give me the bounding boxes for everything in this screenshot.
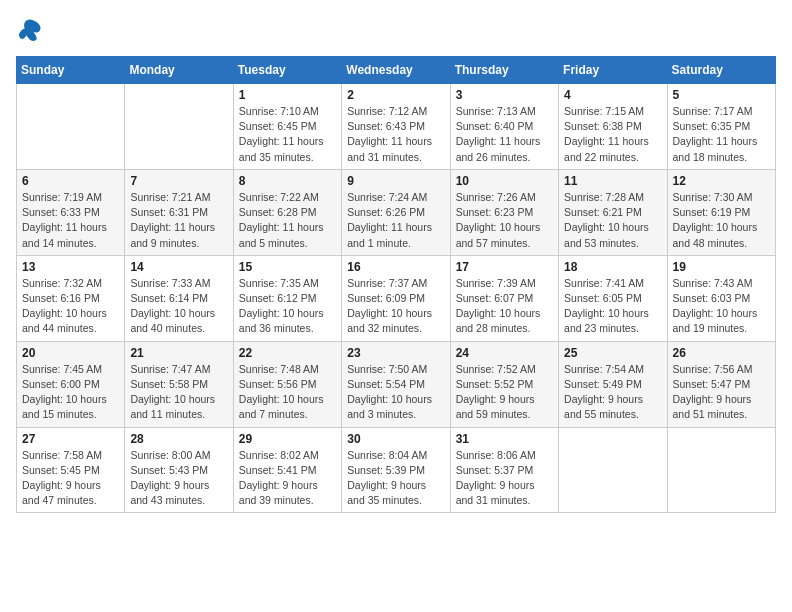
calendar-cell: 9Sunrise: 7:24 AM Sunset: 6:26 PM Daylig…	[342, 169, 450, 255]
day-detail: Sunrise: 7:37 AM Sunset: 6:09 PM Dayligh…	[347, 276, 444, 337]
day-number: 29	[239, 432, 336, 446]
day-detail: Sunrise: 7:39 AM Sunset: 6:07 PM Dayligh…	[456, 276, 553, 337]
day-number: 16	[347, 260, 444, 274]
day-number: 18	[564, 260, 661, 274]
calendar-cell: 19Sunrise: 7:43 AM Sunset: 6:03 PM Dayli…	[667, 255, 775, 341]
weekday-header: Wednesday	[342, 57, 450, 84]
day-number: 11	[564, 174, 661, 188]
calendar-cell: 12Sunrise: 7:30 AM Sunset: 6:19 PM Dayli…	[667, 169, 775, 255]
day-number: 27	[22, 432, 119, 446]
day-detail: Sunrise: 7:56 AM Sunset: 5:47 PM Dayligh…	[673, 362, 770, 423]
day-detail: Sunrise: 8:06 AM Sunset: 5:37 PM Dayligh…	[456, 448, 553, 509]
day-number: 30	[347, 432, 444, 446]
calendar-table: SundayMondayTuesdayWednesdayThursdayFrid…	[16, 56, 776, 513]
day-detail: Sunrise: 7:41 AM Sunset: 6:05 PM Dayligh…	[564, 276, 661, 337]
day-detail: Sunrise: 7:58 AM Sunset: 5:45 PM Dayligh…	[22, 448, 119, 509]
day-number: 17	[456, 260, 553, 274]
calendar-cell: 17Sunrise: 7:39 AM Sunset: 6:07 PM Dayli…	[450, 255, 558, 341]
calendar-cell: 13Sunrise: 7:32 AM Sunset: 6:16 PM Dayli…	[17, 255, 125, 341]
day-detail: Sunrise: 7:13 AM Sunset: 6:40 PM Dayligh…	[456, 104, 553, 165]
day-detail: Sunrise: 7:45 AM Sunset: 6:00 PM Dayligh…	[22, 362, 119, 423]
day-detail: Sunrise: 7:54 AM Sunset: 5:49 PM Dayligh…	[564, 362, 661, 423]
calendar-cell: 11Sunrise: 7:28 AM Sunset: 6:21 PM Dayli…	[559, 169, 667, 255]
day-detail: Sunrise: 7:47 AM Sunset: 5:58 PM Dayligh…	[130, 362, 227, 423]
calendar-cell: 7Sunrise: 7:21 AM Sunset: 6:31 PM Daylig…	[125, 169, 233, 255]
day-detail: Sunrise: 7:26 AM Sunset: 6:23 PM Dayligh…	[456, 190, 553, 251]
calendar-cell: 20Sunrise: 7:45 AM Sunset: 6:00 PM Dayli…	[17, 341, 125, 427]
day-number: 1	[239, 88, 336, 102]
calendar-week-row: 27Sunrise: 7:58 AM Sunset: 5:45 PM Dayli…	[17, 427, 776, 513]
day-number: 19	[673, 260, 770, 274]
day-detail: Sunrise: 7:15 AM Sunset: 6:38 PM Dayligh…	[564, 104, 661, 165]
weekday-header: Monday	[125, 57, 233, 84]
calendar-cell: 28Sunrise: 8:00 AM Sunset: 5:43 PM Dayli…	[125, 427, 233, 513]
day-detail: Sunrise: 8:02 AM Sunset: 5:41 PM Dayligh…	[239, 448, 336, 509]
day-detail: Sunrise: 7:22 AM Sunset: 6:28 PM Dayligh…	[239, 190, 336, 251]
page-header	[16, 16, 776, 44]
day-number: 7	[130, 174, 227, 188]
day-number: 6	[22, 174, 119, 188]
calendar-week-row: 1Sunrise: 7:10 AM Sunset: 6:45 PM Daylig…	[17, 84, 776, 170]
day-number: 14	[130, 260, 227, 274]
day-detail: Sunrise: 8:00 AM Sunset: 5:43 PM Dayligh…	[130, 448, 227, 509]
day-number: 2	[347, 88, 444, 102]
calendar-cell: 30Sunrise: 8:04 AM Sunset: 5:39 PM Dayli…	[342, 427, 450, 513]
logo-bird-icon	[16, 16, 44, 44]
day-detail: Sunrise: 7:32 AM Sunset: 6:16 PM Dayligh…	[22, 276, 119, 337]
weekday-header: Tuesday	[233, 57, 341, 84]
day-detail: Sunrise: 7:12 AM Sunset: 6:43 PM Dayligh…	[347, 104, 444, 165]
calendar-week-row: 20Sunrise: 7:45 AM Sunset: 6:00 PM Dayli…	[17, 341, 776, 427]
calendar-cell: 21Sunrise: 7:47 AM Sunset: 5:58 PM Dayli…	[125, 341, 233, 427]
calendar-cell: 16Sunrise: 7:37 AM Sunset: 6:09 PM Dayli…	[342, 255, 450, 341]
day-detail: Sunrise: 7:17 AM Sunset: 6:35 PM Dayligh…	[673, 104, 770, 165]
logo	[16, 16, 48, 44]
day-number: 20	[22, 346, 119, 360]
day-detail: Sunrise: 7:28 AM Sunset: 6:21 PM Dayligh…	[564, 190, 661, 251]
day-detail: Sunrise: 7:52 AM Sunset: 5:52 PM Dayligh…	[456, 362, 553, 423]
calendar-header-row: SundayMondayTuesdayWednesdayThursdayFrid…	[17, 57, 776, 84]
calendar-cell: 27Sunrise: 7:58 AM Sunset: 5:45 PM Dayli…	[17, 427, 125, 513]
calendar-cell	[667, 427, 775, 513]
day-number: 24	[456, 346, 553, 360]
calendar-week-row: 13Sunrise: 7:32 AM Sunset: 6:16 PM Dayli…	[17, 255, 776, 341]
day-number: 5	[673, 88, 770, 102]
calendar-cell: 23Sunrise: 7:50 AM Sunset: 5:54 PM Dayli…	[342, 341, 450, 427]
day-number: 15	[239, 260, 336, 274]
day-number: 8	[239, 174, 336, 188]
calendar-cell: 1Sunrise: 7:10 AM Sunset: 6:45 PM Daylig…	[233, 84, 341, 170]
day-detail: Sunrise: 7:48 AM Sunset: 5:56 PM Dayligh…	[239, 362, 336, 423]
day-detail: Sunrise: 7:43 AM Sunset: 6:03 PM Dayligh…	[673, 276, 770, 337]
day-detail: Sunrise: 7:50 AM Sunset: 5:54 PM Dayligh…	[347, 362, 444, 423]
day-detail: Sunrise: 7:33 AM Sunset: 6:14 PM Dayligh…	[130, 276, 227, 337]
calendar-cell: 25Sunrise: 7:54 AM Sunset: 5:49 PM Dayli…	[559, 341, 667, 427]
day-number: 25	[564, 346, 661, 360]
calendar-cell: 8Sunrise: 7:22 AM Sunset: 6:28 PM Daylig…	[233, 169, 341, 255]
calendar-cell: 29Sunrise: 8:02 AM Sunset: 5:41 PM Dayli…	[233, 427, 341, 513]
calendar-cell: 2Sunrise: 7:12 AM Sunset: 6:43 PM Daylig…	[342, 84, 450, 170]
calendar-cell	[125, 84, 233, 170]
calendar-week-row: 6Sunrise: 7:19 AM Sunset: 6:33 PM Daylig…	[17, 169, 776, 255]
day-detail: Sunrise: 7:24 AM Sunset: 6:26 PM Dayligh…	[347, 190, 444, 251]
day-number: 22	[239, 346, 336, 360]
day-detail: Sunrise: 7:30 AM Sunset: 6:19 PM Dayligh…	[673, 190, 770, 251]
day-detail: Sunrise: 7:35 AM Sunset: 6:12 PM Dayligh…	[239, 276, 336, 337]
calendar-cell: 22Sunrise: 7:48 AM Sunset: 5:56 PM Dayli…	[233, 341, 341, 427]
day-detail: Sunrise: 7:19 AM Sunset: 6:33 PM Dayligh…	[22, 190, 119, 251]
weekday-header: Saturday	[667, 57, 775, 84]
calendar-cell: 18Sunrise: 7:41 AM Sunset: 6:05 PM Dayli…	[559, 255, 667, 341]
weekday-header: Thursday	[450, 57, 558, 84]
calendar-cell: 4Sunrise: 7:15 AM Sunset: 6:38 PM Daylig…	[559, 84, 667, 170]
calendar-cell: 6Sunrise: 7:19 AM Sunset: 6:33 PM Daylig…	[17, 169, 125, 255]
day-detail: Sunrise: 7:10 AM Sunset: 6:45 PM Dayligh…	[239, 104, 336, 165]
calendar-cell: 14Sunrise: 7:33 AM Sunset: 6:14 PM Dayli…	[125, 255, 233, 341]
calendar-cell	[17, 84, 125, 170]
calendar-cell: 15Sunrise: 7:35 AM Sunset: 6:12 PM Dayli…	[233, 255, 341, 341]
calendar-cell: 24Sunrise: 7:52 AM Sunset: 5:52 PM Dayli…	[450, 341, 558, 427]
day-number: 3	[456, 88, 553, 102]
day-number: 10	[456, 174, 553, 188]
calendar-cell: 3Sunrise: 7:13 AM Sunset: 6:40 PM Daylig…	[450, 84, 558, 170]
day-number: 31	[456, 432, 553, 446]
day-number: 26	[673, 346, 770, 360]
day-number: 12	[673, 174, 770, 188]
day-number: 13	[22, 260, 119, 274]
